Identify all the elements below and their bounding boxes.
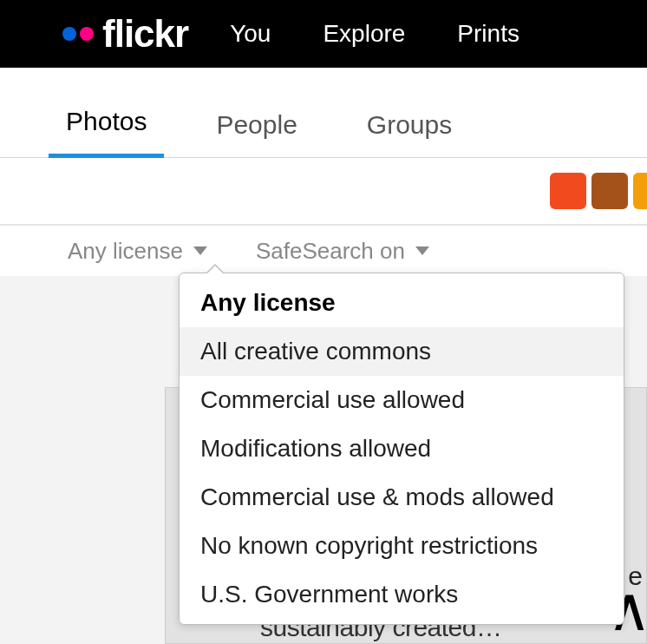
color-swatch-3[interactable] — [633, 173, 647, 209]
license-option-mods[interactable]: Modifications allowed — [180, 424, 624, 473]
top-nav: flickr You Explore Prints — [0, 0, 647, 68]
tab-photos[interactable]: Photos — [49, 107, 164, 158]
logo-dots — [62, 27, 94, 41]
safesearch-filter-label: SafeSearch on — [256, 238, 405, 265]
logo-dot-pink — [80, 27, 94, 41]
license-option-no-copyright[interactable]: No known copyright restrictions — [180, 522, 624, 570]
content-area: ∧ e sustainably created… Any license All… — [0, 276, 647, 644]
nav-prints[interactable]: Prints — [457, 20, 520, 48]
license-filter[interactable]: Any license — [68, 238, 207, 265]
safesearch-filter[interactable]: SafeSearch on — [256, 238, 429, 265]
search-tabs: Photos People Groups — [0, 68, 647, 158]
caret-down-icon — [193, 246, 207, 255]
license-filter-label: Any license — [68, 238, 183, 265]
logo-dot-blue — [62, 27, 76, 41]
nav-links: You Explore Prints — [230, 20, 520, 48]
license-option-cc[interactable]: All creative commons — [180, 327, 624, 376]
tab-groups[interactable]: Groups — [350, 110, 469, 157]
nav-explore[interactable]: Explore — [323, 20, 405, 48]
license-dropdown-menu: Any license All creative commons Commerc… — [179, 273, 624, 625]
color-swatch-1[interactable] — [550, 173, 586, 209]
license-option-commercial[interactable]: Commercial use allowed — [180, 376, 624, 424]
caret-down-icon — [415, 246, 429, 255]
license-option-commercial-mods[interactable]: Commercial use & mods allowed — [180, 473, 624, 522]
filter-bar: Any license SafeSearch on — [0, 226, 647, 276]
license-option-any[interactable]: Any license — [180, 273, 624, 327]
logo-text: flickr — [102, 12, 188, 56]
color-swatches — [0, 158, 647, 226]
flickr-logo[interactable]: flickr — [62, 12, 188, 56]
nav-you[interactable]: You — [230, 20, 271, 48]
license-option-us-gov[interactable]: U.S. Government works — [180, 570, 624, 624]
tab-people[interactable]: People — [199, 110, 314, 157]
color-swatch-2[interactable] — [591, 173, 628, 209]
bg-text-fragment: e — [628, 562, 643, 591]
